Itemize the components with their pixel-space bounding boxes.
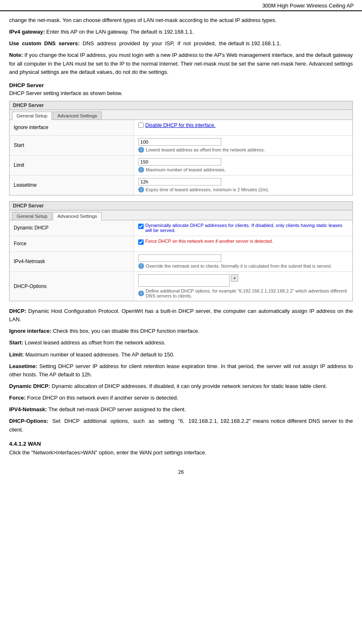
panel1-row-start: Start i Lowest leased address as offset …	[10, 136, 352, 156]
panel2-body: Dynamic DHCP Dynamically allocate DHCP a…	[10, 220, 352, 301]
panel1-value-ignore: Disable DHCP for this interface.	[134, 120, 352, 135]
body-p-netmask: IPV4-Netmask: The default net-mask DHCP …	[9, 405, 353, 414]
dhcp-panel-1: DHCP Server General Setup Advanced Setti…	[9, 101, 353, 195]
panel1-row-limit: Limit i Maximum number of leased address…	[10, 156, 352, 176]
intro-p4: Note: If you change the local IP address…	[9, 51, 353, 76]
ignore-checkbox-container: Disable DHCP for this interface.	[138, 122, 348, 128]
wan-section-title: 4.4.1.2 WAN	[9, 441, 353, 447]
wan-section-text: Click the "Network>Interfaces>WAN" optio…	[9, 449, 353, 457]
panel1-label-limit: Limit	[10, 156, 134, 175]
dhcp-section-title: DHCP Server	[9, 82, 353, 88]
panel2-value-force: Force DHCP on this network even if anoth…	[134, 236, 352, 251]
panel1-row-leasetime: Leasetime i Expiry time of leased addres…	[10, 176, 352, 195]
options-add-btn[interactable]: +	[231, 274, 238, 282]
panel2-row-options: DHCP-Options + i Define additional DHCP …	[10, 272, 352, 301]
leasetime-hint: i Expiry time of leased addresses, minim…	[138, 187, 348, 193]
intro-p2: IPv4 gateway: Enter this AP on the LAN g…	[9, 28, 353, 36]
start-hint-icon: i	[138, 147, 144, 153]
panel1-label-leasetime: Leasetime	[10, 176, 134, 195]
dhcp-panel-2: DHCP Server General Setup Advanced Setti…	[9, 201, 353, 301]
panel1-header: DHCP Server	[10, 101, 352, 110]
netmask-hint: i Override the netmask sent to clients. …	[138, 263, 348, 269]
panel2-label-netmask: IPv4-Netmask	[10, 252, 134, 271]
body-p-options: DHCP-Options: Set DHCP additional option…	[9, 417, 353, 434]
options-textarea[interactable]	[138, 274, 230, 287]
panel2-label-options: DHCP-Options	[10, 272, 134, 301]
body-p-dhcp: DHCP: Dynamic Host Configuration Protoco…	[9, 307, 353, 324]
page-header: 300M High Power Wireless Ceiling AP	[0, 0, 362, 11]
body-p-ignore: Ignore interface: Check this box, you ca…	[9, 327, 353, 335]
panel1-tab-general[interactable]: General Setup	[12, 112, 52, 120]
panel2-header: DHCP Server	[10, 202, 352, 210]
panel1-row-ignore: Ignore interface Disable DHCP for this i…	[10, 120, 352, 136]
panel2-row-dynamic: Dynamic DHCP Dynamically allocate DHCP a…	[10, 220, 352, 236]
force-checkbox-label: Force DHCP on this network even if anoth…	[145, 239, 273, 244]
ignore-checkbox-label: Disable DHCP for this interface.	[145, 122, 215, 128]
panel2-row-force: Force Force DHCP on this network even if…	[10, 236, 352, 252]
page-number: 26	[9, 465, 353, 479]
dynamic-dhcp-checkbox[interactable]	[138, 224, 144, 229]
ignore-checkbox[interactable]	[138, 122, 144, 128]
panel1-value-leasetime: i Expiry time of leased addresses, minim…	[134, 176, 352, 195]
limit-hint: i Maximum number of leased addresses.	[138, 167, 348, 173]
panel1-tabbar: General Setup Advanced Settings	[10, 110, 352, 120]
dynamic-checkbox-container: Dynamically allocate DHCP addresses for …	[138, 223, 348, 233]
start-input[interactable]	[138, 138, 221, 146]
panel2-tab-general[interactable]: General Setup	[12, 212, 52, 220]
body-p-limit: Limit: Maximum number of leased addresse…	[9, 351, 353, 359]
limit-hint-icon: i	[138, 167, 144, 173]
panel2-label-force: Force	[10, 236, 134, 251]
netmask-hint-icon: i	[138, 263, 144, 269]
panel2-value-dynamic: Dynamically allocate DHCP addresses for …	[134, 220, 352, 236]
leasetime-input[interactable]	[138, 178, 221, 185]
leasetime-hint-icon: i	[138, 187, 144, 193]
intro-p1: change the net-mask. Yon can choose diff…	[9, 16, 353, 24]
panel1-tab-advanced[interactable]: Advanced Settings	[53, 112, 102, 120]
panel2-tabbar: General Setup Advanced Settings	[10, 210, 352, 220]
dhcp-section-subtitle: DHCP Server setting interface as shown b…	[9, 89, 353, 98]
panel2-value-options: + i Define additional DHCP options, for …	[134, 272, 352, 301]
intro-p3: Use custom DNS servers: DNS address prov…	[9, 39, 353, 48]
start-hint: i Lowest leased address as offset from t…	[138, 147, 348, 153]
options-hint: i Define additional DHCP options, for ex…	[138, 288, 348, 298]
panel2-row-netmask: IPv4-Netmask i Override the netmask sent…	[10, 252, 352, 272]
netmask-input[interactable]	[138, 254, 221, 262]
panel2-label-dynamic: Dynamic DHCP	[10, 220, 134, 236]
header-title: 300M High Power Wireless Ceiling AP	[262, 2, 354, 9]
panel1-label-ignore: Ignore interface	[10, 120, 134, 135]
force-checkbox[interactable]	[138, 239, 144, 245]
panel1-value-start: i Lowest leased address as offset from t…	[134, 136, 352, 155]
body-p-dynamic: Dynamic DHCP: Dynamic allocation of DHCP…	[9, 382, 353, 390]
dynamic-dhcp-label: Dynamically allocate DHCP addresses for …	[145, 223, 348, 233]
body-p-leasetime: Leasetime: Setting DHCP server IP addres…	[9, 362, 353, 379]
body-p-force: Force: Force DHCP on this network even i…	[9, 394, 353, 402]
panel2-value-netmask: i Override the netmask sent to clients. …	[134, 252, 352, 271]
options-hint-icon: i	[138, 290, 144, 296]
panel1-body: Ignore interface Disable DHCP for this i…	[10, 120, 352, 195]
panel1-label-start: Start	[10, 136, 134, 155]
panel1-value-limit: i Maximum number of leased addresses.	[134, 156, 352, 175]
panel2-tab-advanced[interactable]: Advanced Settings	[53, 212, 102, 220]
limit-input[interactable]	[138, 158, 221, 166]
body-p-start: Start: Lowest leased address as offset f…	[9, 339, 353, 347]
main-content: change the net-mask. Yon can choose diff…	[0, 11, 362, 488]
force-checkbox-container: Force DHCP on this network even if anoth…	[138, 239, 348, 245]
options-input-row: +	[138, 274, 348, 287]
